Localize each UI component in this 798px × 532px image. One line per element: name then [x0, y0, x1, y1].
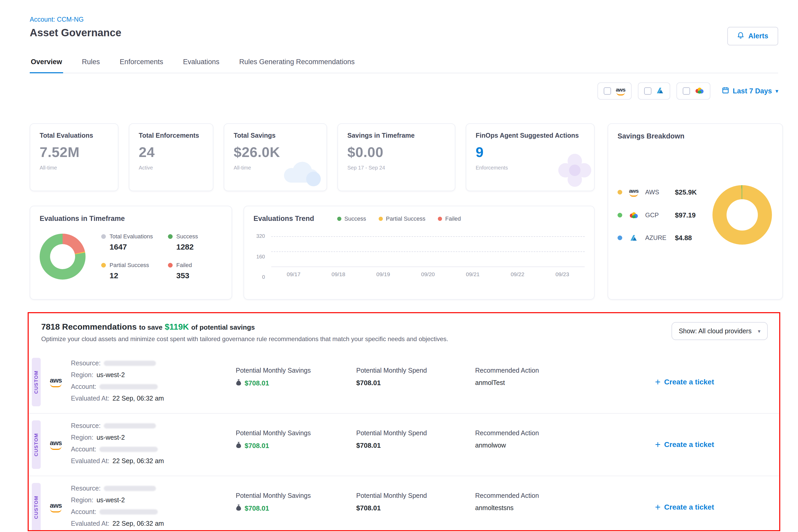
redacted-account-value — [99, 447, 158, 452]
legend-success: Success — [337, 215, 366, 222]
evaluations-trend-card: Evaluations Trend Success Partial Succes… — [244, 206, 594, 300]
create-ticket-button[interactable]: +Create a ticket — [606, 483, 764, 531]
custom-tag: CUSTOM — [32, 483, 41, 531]
potential-savings-amount: $119K — [165, 322, 189, 331]
trend-bar — [271, 236, 316, 267]
x-axis-label: 09/21 — [450, 271, 495, 278]
yellow-dot — [101, 263, 106, 268]
bell-icon — [737, 32, 744, 41]
savings-breakdown-card: Savings Breakdown aws AWS $25.9K GCP — [608, 124, 783, 300]
legend-azure: AZURE $4.88 — [618, 234, 712, 242]
gcp-filter-toggle[interactable] — [677, 82, 710, 100]
date-range-label: Last 7 Days — [733, 87, 772, 95]
aws-icon: aws — [41, 358, 71, 406]
stat-card-total-savings: Total Savings $26.0K All-time — [224, 124, 327, 191]
legend-partial-success: Partial Success — [379, 215, 425, 222]
trend-bar — [316, 236, 361, 267]
plus-icon: + — [655, 377, 661, 387]
account-breadcrumb[interactable]: Account: CCM-NG — [30, 16, 778, 23]
redacted-resource-value — [104, 361, 156, 366]
page-title: Asset Governance — [30, 27, 121, 39]
stat-caption: All-time — [234, 165, 317, 171]
stat-value: $26.0K — [234, 144, 317, 160]
recommendations-description: Optimize your cloud assets and minimize … — [41, 335, 448, 343]
tab-bar: Overview Rules Enforcements Evaluations … — [30, 53, 778, 73]
legend-success: Success 1282 — [168, 233, 222, 251]
green-dot — [618, 213, 622, 217]
stat-value: 9 — [476, 144, 585, 160]
legend-gcp: GCP $97.19 — [618, 211, 712, 219]
green-dot — [337, 217, 341, 221]
x-axis-label: 09/18 — [316, 271, 361, 278]
yellow-dot — [618, 190, 622, 194]
stat-value: 7.52M — [40, 144, 109, 160]
aws-filter-checkbox[interactable] — [604, 87, 611, 95]
potential-monthly-savings: Potential Monthly Savings $708.01 — [236, 358, 356, 406]
card-title: Evaluations Trend — [253, 215, 314, 223]
evaluations-legend: Total Evaluations 1647 Success 1282 Part… — [101, 233, 222, 280]
filter-row: aws Last 7 Days ▾ — [30, 82, 778, 100]
bar-columns — [271, 236, 585, 267]
legend-failed: Failed 353 — [168, 262, 222, 280]
recommendation-row[interactable]: CUSTOM aws Resource: Region:us-west-2 Ac… — [29, 476, 779, 531]
trend-bar — [361, 236, 405, 267]
evaluations-in-timeframe-card: Evaluations in Timeframe Total Evaluatio… — [30, 206, 232, 300]
card-title: Savings Breakdown — [618, 132, 773, 140]
trend-bar — [405, 236, 450, 267]
red-dot — [168, 263, 173, 268]
plus-icon: + — [655, 502, 661, 512]
alerts-button[interactable]: Alerts — [727, 27, 778, 45]
recommendations-count: 7818 Recommendations — [41, 322, 137, 331]
custom-tag: CUSTOM — [32, 420, 41, 469]
legend-failed: Failed — [438, 215, 461, 222]
create-ticket-button[interactable]: +Create a ticket — [606, 420, 764, 469]
recommendations-list: CUSTOM aws Resource: Region:us-west-2 Ac… — [29, 351, 779, 531]
tab-overview[interactable]: Overview — [30, 53, 63, 73]
recommendation-details: Resource: Region:us-west-2 Account: Eval… — [71, 420, 236, 469]
aws-filter-toggle[interactable]: aws — [597, 82, 632, 100]
x-axis-label: 09/23 — [540, 271, 585, 278]
stat-value: $0.00 — [347, 144, 445, 160]
plus-icon: + — [655, 440, 661, 449]
cloud-watermark-icon — [281, 158, 324, 190]
recommendation-row[interactable]: CUSTOM aws Resource: Region:us-west-2 Ac… — [29, 351, 779, 413]
cloud-provider-filter-select[interactable]: Show: All cloud providers ▾ — [671, 322, 768, 340]
legend-aws: aws AWS $25.9K — [618, 188, 712, 197]
date-range-dropdown[interactable]: Last 7 Days ▾ — [722, 87, 778, 96]
savings-breakdown-legend: aws AWS $25.9K GCP $97.19 — [618, 188, 712, 242]
blue-dot — [618, 235, 622, 240]
recommended-action: Recommended Action anmolwow — [475, 420, 606, 469]
stat-caption: All-time — [40, 165, 109, 171]
tab-rules-generating-recommendations[interactable]: Rules Generating Recommendations — [238, 53, 356, 73]
tab-evaluations[interactable]: Evaluations — [182, 53, 221, 73]
dashboard-grid: Total Evaluations 7.52M All-time Total E… — [30, 124, 778, 300]
trend-bar — [495, 236, 540, 267]
calendar-icon — [722, 87, 729, 96]
aws-icon: aws — [41, 420, 71, 469]
savings-suffix-text: of potential savings — [191, 323, 255, 331]
stat-title: Total Evaluations — [40, 132, 109, 139]
recommended-action: Recommended Action anmoltestsns — [475, 483, 606, 531]
potential-monthly-spend: Potential Monthly Spend $708.01 — [356, 358, 475, 406]
x-axis-labels: 09/1709/1809/1909/2009/2109/2209/23 — [271, 271, 585, 278]
gcp-filter-checkbox[interactable] — [683, 87, 690, 95]
savings-breakdown-donut-chart — [712, 185, 772, 245]
recommendation-row[interactable]: CUSTOM aws Resource: Region:us-west-2 Ac… — [29, 413, 779, 476]
x-axis-label: 09/19 — [361, 271, 405, 278]
aws-icon: aws — [627, 188, 641, 197]
stat-value: 24 — [139, 144, 204, 160]
tab-rules[interactable]: Rules — [81, 53, 101, 73]
asset-governance-page: Account: CCM-NG Asset Governance Alerts … — [0, 0, 798, 531]
custom-tag: CUSTOM — [32, 358, 41, 406]
azure-filter-checkbox[interactable] — [644, 87, 651, 95]
potential-monthly-savings: Potential Monthly Savings $708.01 — [236, 420, 356, 469]
azure-icon — [627, 234, 641, 241]
stat-title: FinOps Agent Suggested Actions — [476, 132, 585, 139]
red-dot — [438, 217, 442, 221]
tab-enforcements[interactable]: Enforcements — [119, 53, 164, 73]
trend-legend: Success Partial Success Failed — [337, 215, 461, 222]
azure-filter-toggle[interactable] — [638, 82, 670, 100]
x-axis-line — [271, 267, 585, 267]
trend-bar — [540, 236, 585, 267]
create-ticket-button[interactable]: +Create a ticket — [606, 358, 764, 406]
